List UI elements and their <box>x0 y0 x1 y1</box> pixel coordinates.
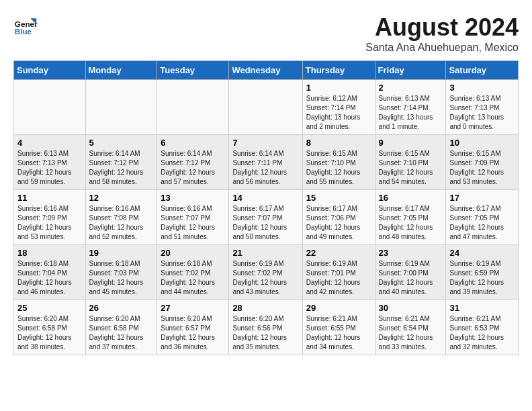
page-header: General Blue August 2024 Santa Ana Ahueh… <box>13 13 519 54</box>
calendar-cell: 10Sunrise: 6:15 AMSunset: 7:09 PMDayligh… <box>446 135 519 190</box>
calendar-cell: 9Sunrise: 6:15 AMSunset: 7:10 PMDaylight… <box>375 135 446 190</box>
day-number: 4 <box>17 138 82 148</box>
calendar-cell: 17Sunrise: 6:17 AMSunset: 7:05 PMDayligh… <box>446 190 519 245</box>
day-number: 23 <box>379 248 443 258</box>
calendar-cell: 3Sunrise: 6:13 AMSunset: 7:13 PMDaylight… <box>446 80 519 135</box>
day-number: 25 <box>17 303 82 313</box>
calendar-cell: 24Sunrise: 6:19 AMSunset: 6:59 PMDayligh… <box>446 245 519 300</box>
day-number: 13 <box>161 193 225 203</box>
calendar-cell: 2Sunrise: 6:13 AMSunset: 7:14 PMDaylight… <box>375 80 446 135</box>
day-number: 3 <box>449 83 515 93</box>
calendar-cell <box>157 80 229 135</box>
day-info: Sunrise: 6:18 AMSunset: 7:02 PMDaylight:… <box>161 259 225 297</box>
day-info: Sunrise: 6:19 AMSunset: 6:59 PMDaylight:… <box>449 259 515 297</box>
day-info: Sunrise: 6:16 AMSunset: 7:08 PMDaylight:… <box>89 204 154 242</box>
subtitle: Santa Ana Ahuehuepan, Mexico <box>365 42 519 54</box>
calendar-cell: 18Sunrise: 6:18 AMSunset: 7:04 PMDayligh… <box>14 245 86 300</box>
day-number: 16 <box>379 193 443 203</box>
calendar-cell: 7Sunrise: 6:14 AMSunset: 7:11 PMDaylight… <box>229 135 302 190</box>
day-number: 2 <box>379 83 443 93</box>
calendar-cell: 14Sunrise: 6:17 AMSunset: 7:07 PMDayligh… <box>229 190 302 245</box>
main-title: August 2024 <box>365 13 519 42</box>
day-info: Sunrise: 6:14 AMSunset: 7:11 PMDaylight:… <box>232 149 298 187</box>
calendar-cell: 1Sunrise: 6:12 AMSunset: 7:14 PMDaylight… <box>302 80 375 135</box>
day-info: Sunrise: 6:16 AMSunset: 7:07 PMDaylight:… <box>161 204 225 242</box>
header-cell-thursday: Thursday <box>302 61 375 80</box>
header-cell-wednesday: Wednesday <box>229 61 302 80</box>
day-info: Sunrise: 6:13 AMSunset: 7:13 PMDaylight:… <box>449 94 515 132</box>
day-info: Sunrise: 6:15 AMSunset: 7:10 PMDaylight:… <box>379 149 443 187</box>
day-info: Sunrise: 6:17 AMSunset: 7:05 PMDaylight:… <box>449 204 515 242</box>
day-number: 26 <box>89 303 154 313</box>
day-info: Sunrise: 6:17 AMSunset: 7:07 PMDaylight:… <box>232 204 298 242</box>
day-number: 20 <box>161 248 225 258</box>
day-number: 14 <box>232 193 298 203</box>
day-info: Sunrise: 6:16 AMSunset: 7:09 PMDaylight:… <box>17 204 82 242</box>
calendar-cell: 4Sunrise: 6:13 AMSunset: 7:13 PMDaylight… <box>14 135 86 190</box>
day-info: Sunrise: 6:20 AMSunset: 6:58 PMDaylight:… <box>89 314 154 352</box>
calendar-cell: 27Sunrise: 6:20 AMSunset: 6:57 PMDayligh… <box>157 300 229 355</box>
day-number: 9 <box>379 138 443 148</box>
day-info: Sunrise: 6:13 AMSunset: 7:14 PMDaylight:… <box>379 94 443 132</box>
day-info: Sunrise: 6:18 AMSunset: 7:04 PMDaylight:… <box>17 259 82 297</box>
calendar-cell: 8Sunrise: 6:15 AMSunset: 7:10 PMDaylight… <box>302 135 375 190</box>
calendar-cell: 16Sunrise: 6:17 AMSunset: 7:05 PMDayligh… <box>375 190 446 245</box>
day-number: 31 <box>449 303 515 313</box>
day-number: 30 <box>379 303 443 313</box>
calendar-cell: 31Sunrise: 6:21 AMSunset: 6:53 PMDayligh… <box>446 300 519 355</box>
calendar-cell: 5Sunrise: 6:14 AMSunset: 7:12 PMDaylight… <box>85 135 157 190</box>
day-number: 29 <box>306 303 371 313</box>
calendar-cell: 11Sunrise: 6:16 AMSunset: 7:09 PMDayligh… <box>14 190 86 245</box>
day-number: 7 <box>232 138 298 148</box>
day-info: Sunrise: 6:19 AMSunset: 7:02 PMDaylight:… <box>232 259 298 297</box>
week-row-4: 18Sunrise: 6:18 AMSunset: 7:04 PMDayligh… <box>14 245 519 300</box>
calendar-cell: 19Sunrise: 6:18 AMSunset: 7:03 PMDayligh… <box>85 245 157 300</box>
calendar-cell <box>85 80 157 135</box>
week-row-3: 11Sunrise: 6:16 AMSunset: 7:09 PMDayligh… <box>14 190 519 245</box>
calendar-cell <box>229 80 302 135</box>
day-number: 24 <box>449 248 515 258</box>
header-cell-monday: Monday <box>85 61 157 80</box>
day-info: Sunrise: 6:20 AMSunset: 6:56 PMDaylight:… <box>232 314 298 352</box>
day-info: Sunrise: 6:19 AMSunset: 7:00 PMDaylight:… <box>379 259 443 297</box>
calendar-cell: 26Sunrise: 6:20 AMSunset: 6:58 PMDayligh… <box>85 300 157 355</box>
week-row-5: 25Sunrise: 6:20 AMSunset: 6:58 PMDayligh… <box>14 300 519 355</box>
title-block: August 2024 Santa Ana Ahuehuepan, Mexico <box>365 13 519 54</box>
day-number: 5 <box>89 138 154 148</box>
day-number: 15 <box>306 193 371 203</box>
day-info: Sunrise: 6:12 AMSunset: 7:14 PMDaylight:… <box>306 94 371 132</box>
calendar-cell: 20Sunrise: 6:18 AMSunset: 7:02 PMDayligh… <box>157 245 229 300</box>
day-number: 1 <box>306 83 371 93</box>
day-number: 18 <box>17 248 82 258</box>
day-info: Sunrise: 6:19 AMSunset: 7:01 PMDaylight:… <box>306 259 371 297</box>
day-info: Sunrise: 6:15 AMSunset: 7:09 PMDaylight:… <box>449 149 515 187</box>
day-number: 28 <box>232 303 298 313</box>
day-info: Sunrise: 6:13 AMSunset: 7:13 PMDaylight:… <box>17 149 82 187</box>
calendar-cell: 28Sunrise: 6:20 AMSunset: 6:56 PMDayligh… <box>229 300 302 355</box>
day-info: Sunrise: 6:21 AMSunset: 6:53 PMDaylight:… <box>449 314 515 352</box>
header-cell-sunday: Sunday <box>14 61 86 80</box>
calendar-cell: 15Sunrise: 6:17 AMSunset: 7:06 PMDayligh… <box>302 190 375 245</box>
logo-icon: General Blue <box>13 13 38 38</box>
day-number: 17 <box>449 193 515 203</box>
calendar-cell: 6Sunrise: 6:14 AMSunset: 7:12 PMDaylight… <box>157 135 229 190</box>
calendar-cell: 29Sunrise: 6:21 AMSunset: 6:55 PMDayligh… <box>302 300 375 355</box>
svg-text:Blue: Blue <box>15 27 32 36</box>
day-number: 8 <box>306 138 371 148</box>
calendar-header: SundayMondayTuesdayWednesdayThursdayFrid… <box>14 61 519 80</box>
calendar-body: 1Sunrise: 6:12 AMSunset: 7:14 PMDaylight… <box>14 80 519 355</box>
day-number: 21 <box>232 248 298 258</box>
header-cell-saturday: Saturday <box>446 61 519 80</box>
calendar-cell: 23Sunrise: 6:19 AMSunset: 7:00 PMDayligh… <box>375 245 446 300</box>
day-number: 22 <box>306 248 371 258</box>
day-info: Sunrise: 6:14 AMSunset: 7:12 PMDaylight:… <box>161 149 225 187</box>
calendar-cell: 12Sunrise: 6:16 AMSunset: 7:08 PMDayligh… <box>85 190 157 245</box>
day-info: Sunrise: 6:20 AMSunset: 6:58 PMDaylight:… <box>17 314 82 352</box>
calendar-cell: 13Sunrise: 6:16 AMSunset: 7:07 PMDayligh… <box>157 190 229 245</box>
calendar-cell: 30Sunrise: 6:21 AMSunset: 6:54 PMDayligh… <box>375 300 446 355</box>
calendar-cell <box>14 80 86 135</box>
calendar-cell: 25Sunrise: 6:20 AMSunset: 6:58 PMDayligh… <box>14 300 86 355</box>
header-cell-friday: Friday <box>375 61 446 80</box>
day-info: Sunrise: 6:17 AMSunset: 7:06 PMDaylight:… <box>306 204 371 242</box>
day-info: Sunrise: 6:15 AMSunset: 7:10 PMDaylight:… <box>306 149 371 187</box>
